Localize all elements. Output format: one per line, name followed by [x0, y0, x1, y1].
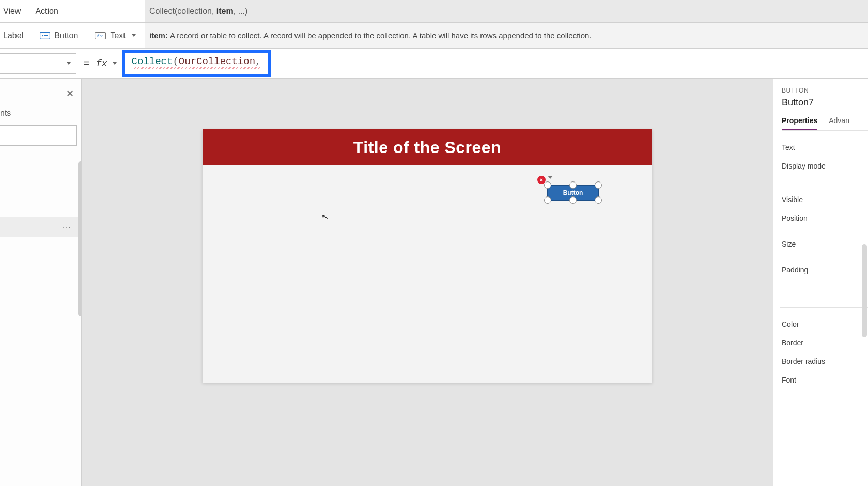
resize-handle[interactable] [569, 181, 577, 189]
menu-view[interactable]: View [3, 7, 21, 16]
prop-font[interactable]: Font [782, 371, 868, 389]
equals-sign: = [76, 57, 96, 69]
svg-rect-2 [44, 35, 48, 36]
prop-border[interactable]: Border [782, 333, 868, 352]
chevron-down-icon [113, 62, 117, 65]
resize-handle[interactable] [544, 181, 551, 189]
control-type-label: BUTTON [782, 87, 868, 94]
right-scrollbar[interactable] [862, 244, 867, 337]
resize-handle[interactable] [595, 196, 602, 204]
prop-color[interactable]: Color [782, 315, 868, 333]
menu-action[interactable]: Action [35, 7, 58, 16]
intellisense-hint: item: A record or table to collect. A re… [145, 23, 868, 48]
cursor-icon: ↖ [320, 211, 329, 223]
close-pane-button[interactable]: ✕ [66, 88, 74, 99]
hint-text: A record or table to collect. A record w… [170, 31, 592, 40]
fx-label: fx [96, 58, 107, 69]
chevron-down-icon[interactable] [548, 176, 553, 179]
prop-position[interactable]: Position [782, 209, 868, 227]
property-selector[interactable] [0, 53, 76, 74]
resize-handle[interactable] [569, 196, 577, 204]
prop-border-radius[interactable]: Border radius [782, 352, 868, 371]
insert-button-button[interactable]: Button [40, 31, 78, 40]
control-name[interactable]: Button7 [782, 97, 868, 108]
ribbon-button-text: Button [54, 31, 78, 40]
intellisense-current-arg: item [216, 7, 234, 16]
intellisense-fn: Collect [149, 7, 175, 16]
intellisense-signature: Collect(collection, item, ...) [145, 0, 868, 22]
button-icon [40, 32, 50, 39]
formula-collection-id: OurCollection [179, 56, 255, 67]
resize-handle[interactable] [595, 181, 602, 189]
ribbon-label-text: Label [3, 31, 23, 40]
chevron-down-icon [67, 62, 71, 65]
more-icon[interactable]: ··· [63, 223, 72, 231]
screen-title-label: Title of the Screen [203, 129, 652, 165]
text-icon: Abc [95, 32, 106, 39]
canvas-area: Title of the Screen ↖ × Button [82, 79, 773, 486]
fx-button[interactable]: fx [96, 58, 122, 69]
formula-fn: Collect [132, 56, 173, 67]
tab-advanced[interactable]: Advan [829, 116, 849, 130]
prop-text[interactable]: Text [782, 138, 868, 157]
prop-padding[interactable]: Padding [782, 261, 868, 279]
tab-properties[interactable]: Properties [782, 116, 817, 130]
ribbon-text-label: Text [110, 31, 125, 40]
tree-search-input[interactable] [0, 125, 77, 146]
hint-param: item: [149, 31, 168, 40]
error-underline [132, 67, 261, 69]
formula-input[interactable]: Collect(OurCollection, [122, 50, 271, 77]
resize-handle[interactable] [544, 196, 551, 204]
left-scrollbar[interactable] [78, 161, 82, 316]
tree-header: nts [0, 109, 81, 118]
tree-item-selected[interactable]: ··· [0, 217, 81, 237]
insert-label-button[interactable]: Label [3, 31, 23, 40]
tree-view-pane: ✕ nts ··· [0, 79, 82, 486]
chevron-down-icon [132, 34, 136, 37]
selected-control[interactable]: × Button [545, 182, 601, 203]
prop-size[interactable]: Size [782, 235, 868, 253]
svg-point-1 [42, 35, 43, 36]
insert-text-button[interactable]: Abc Text [95, 31, 135, 40]
prop-visible[interactable]: Visible [782, 190, 868, 209]
properties-pane: BUTTON Button7 Properties Advan Text Dis… [773, 79, 868, 486]
app-canvas[interactable]: Title of the Screen ↖ × Button [203, 129, 652, 383]
svg-text:Abc: Abc [97, 34, 104, 38]
prop-display-mode[interactable]: Display mode [782, 157, 868, 175]
